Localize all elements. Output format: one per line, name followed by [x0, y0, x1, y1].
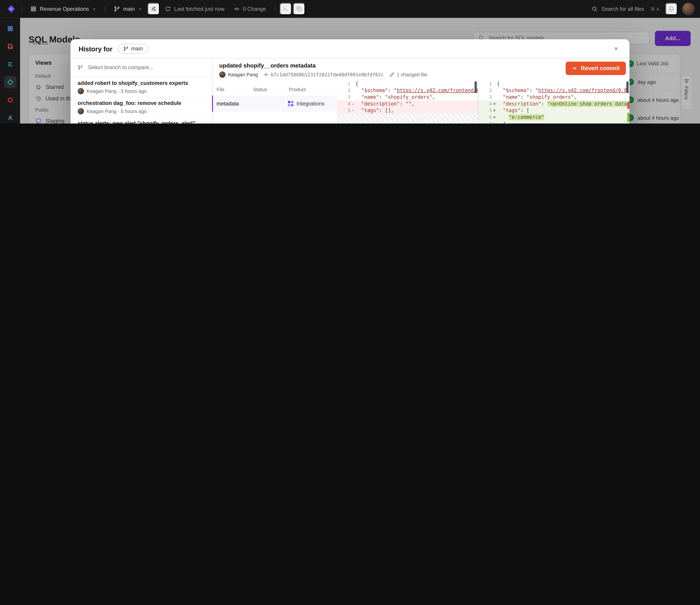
branch-icon [123, 46, 128, 51]
avatar [78, 88, 84, 94]
list-icon [7, 61, 13, 68]
changed-files-count: 1 changed file [397, 72, 427, 77]
assets-diamond-icon [7, 79, 13, 85]
sidebar-item-queries[interactable] [4, 58, 16, 71]
diff-pane-after: 1{2 "$schema": "https://s.y42.com/fronte… [478, 80, 629, 123]
diff-line: 4- "description": "", [337, 100, 478, 107]
refresh-icon [165, 6, 171, 12]
diff-line: 5- "tags": [], [337, 107, 478, 114]
global-search[interactable]: Search for all files ⌘ K [587, 3, 664, 15]
commit-hash: b7c1dd75068b1231f2822fde48df091e9bfdf62c [271, 72, 384, 77]
revert-commit-button[interactable]: Revert commit [566, 62, 626, 75]
commit-author-time: Keagan Pang · 3 hours ago [87, 88, 147, 94]
file-table-header: File Status Product [212, 80, 337, 96]
diff-scrollbar-thumb[interactable] [626, 81, 629, 93]
commit-meta: Keagan Pang · 5 hours ago [78, 108, 205, 115]
user-avatar[interactable] [682, 3, 695, 15]
commit-detail-title: updated shopify__orders metadata [219, 62, 622, 69]
column-header-status: Status [253, 87, 289, 92]
close-button[interactable] [611, 43, 622, 54]
commit-list: added robert to shopify_customers expert… [71, 77, 212, 123]
file-row-metadata[interactable]: metadata Integrations [212, 96, 337, 112]
workspace-label: Revenue Operations [40, 6, 89, 12]
sidebar-item-docs[interactable] [4, 40, 16, 53]
commit-detail-meta: Keagan Pang b7c1dd75068b1231f2822fde48df… [219, 71, 622, 78]
diff-collapsed-row [337, 121, 478, 123]
product-label: Integrations [296, 100, 324, 107]
diff-view: 1{2 "$schema": "https://s.y42.com/fronte… [337, 80, 630, 123]
diff-line: 2 "$schema": "https://s.y42.com/frontend… [478, 87, 629, 94]
topbar: Revenue Operations main Last fetched jus… [0, 0, 700, 18]
column-header-product: Product [289, 87, 333, 92]
pencil-icon [389, 72, 394, 77]
commit-history-column: added robert to shopify_customers expert… [71, 58, 212, 123]
integrations-icon [288, 101, 293, 106]
close-icon [613, 46, 619, 51]
divider [21, 5, 22, 13]
pipeline-settings-button[interactable] [147, 3, 160, 15]
sidebar-item-widgets[interactable] [4, 22, 16, 35]
y42-logo[interactable] [5, 3, 17, 15]
changed-files-column: File Status Product metadata Integration… [212, 80, 338, 123]
diff-scrollbar-thumb[interactable] [475, 81, 477, 93]
modal-body: added robert to shopify_customers expert… [71, 58, 629, 123]
book-icon [7, 43, 13, 50]
history-modal: History for main added robert to shopify… [71, 39, 629, 123]
search-shortcut: ⌘ K [650, 6, 660, 12]
commit-meta: Keagan Pang · 3 hours ago [78, 88, 205, 94]
search-icon [592, 6, 598, 12]
app-window: Revenue Operations main Last fetched jus… [0, 0, 700, 123]
workspace-grid-icon [30, 6, 37, 12]
divider [275, 5, 275, 13]
diff-line: 1{ [478, 80, 629, 87]
branch-compare-icon [78, 65, 83, 70]
diff-collapsed-row [337, 114, 478, 121]
workspace-switcher[interactable]: Revenue Operations [26, 3, 101, 15]
branch-chip[interactable]: main [118, 44, 148, 54]
commit-item[interactable]: orchestration dag_foo: remove scheduleKe… [71, 97, 212, 117]
terminal-icon [282, 6, 289, 12]
bell-icon [668, 6, 675, 12]
modal-title: History for [78, 45, 112, 52]
commit-author: Keagan Pang [228, 72, 258, 77]
modal-header: History for main [71, 39, 629, 58]
branch-compare-input[interactable] [87, 64, 205, 71]
last-fetched-button[interactable]: Last fetched just now [161, 3, 228, 15]
target-icon [7, 97, 13, 103]
commit-item[interactable]: status alerts: new alert "shopify_orders… [71, 117, 212, 123]
commit-item[interactable]: added robert to shopify_customers expert… [71, 77, 212, 97]
diff-line: 7+ ], [478, 121, 629, 123]
diff-change-marker [627, 102, 629, 109]
changes-button[interactable]: 0 Change [229, 3, 270, 15]
branch-compare-field[interactable] [71, 58, 212, 77]
notifications-button[interactable] [665, 3, 678, 15]
copy-icon [296, 6, 302, 12]
diff-line: 3 "name": "shopify_orders", [337, 94, 478, 101]
revert-icon [572, 66, 577, 71]
diff-line: 1{ [337, 80, 478, 87]
commit-icon [263, 72, 269, 77]
commit-title: status alerts: new alert "shopify_orders… [78, 120, 205, 123]
chevron-down-icon [92, 7, 97, 11]
commit-title: added robert to shopify_customers expert… [78, 80, 205, 86]
sidebar-item-team[interactable] [4, 112, 16, 123]
y42-logo-icon [7, 4, 16, 14]
sidebar-item-assets[interactable] [4, 76, 16, 88]
person-icon [7, 115, 13, 121]
terminal-button[interactable] [279, 3, 292, 15]
branch-switcher[interactable]: main [110, 3, 147, 15]
sidebar-item-monitors[interactable] [4, 94, 16, 106]
file-name: metadata [217, 100, 252, 107]
commit-icon [233, 6, 240, 12]
branch-chip-label: main [131, 46, 143, 52]
divider [105, 5, 105, 13]
diff-line: 3 "name": "shopify_orders", [478, 94, 629, 101]
branch-label: main [123, 6, 135, 12]
app-sidebar [0, 18, 20, 123]
diff-line: 2 "$schema": "https://s.y42.com/frontend… [337, 87, 478, 94]
copy-files-button[interactable] [293, 3, 305, 15]
avatar [78, 108, 84, 115]
commit-detail-body: File Status Product metadata Integration… [212, 80, 630, 123]
chevron-down-icon [138, 7, 143, 11]
diff-line: 5+ "tags": [ [478, 107, 629, 114]
